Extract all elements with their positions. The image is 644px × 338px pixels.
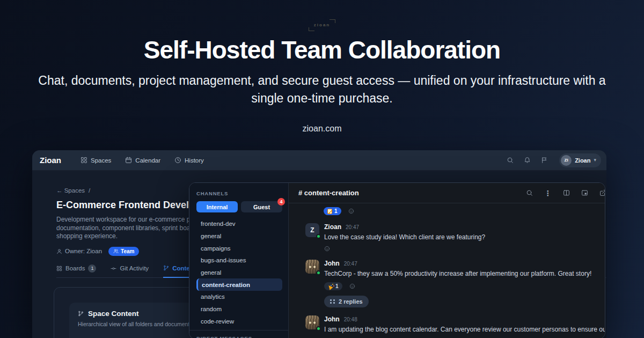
reaction-count: 1 <box>335 283 339 289</box>
nav-item-history[interactable]: History <box>174 157 204 164</box>
team-badge[interactable]: Team <box>108 247 139 256</box>
reaction-count: 1 <box>334 208 338 214</box>
online-status-dot <box>316 270 321 275</box>
search-icon[interactable] <box>526 189 533 196</box>
channel-item-campaigns[interactable]: campaigns <box>196 242 282 254</box>
reaction-pill-party[interactable]: 1 <box>324 282 342 290</box>
owner-label: Owner: Zioan <box>65 248 102 254</box>
channel-item-bugs-and-issues[interactable]: bugs-and-issues <box>196 254 282 267</box>
channel-item-content-creation-selected[interactable]: content-creation <box>196 278 282 291</box>
nav-label: Calendar <box>135 157 160 164</box>
channel-item-code-review[interactable]: code-review <box>196 315 282 328</box>
add-reaction-smiley-icon[interactable] <box>324 246 330 252</box>
git-branch-icon <box>78 311 84 317</box>
git-branch-icon <box>163 265 169 271</box>
app-navbar: Zioan Spaces Calendar <box>32 150 606 171</box>
message-text: Love the case study idea! Which client a… <box>324 233 485 241</box>
channel-list: frontend-dev general campaigns bugs-and-… <box>196 218 282 327</box>
navbar-actions: ZI Zioan ▾ <box>507 153 601 167</box>
grid-icon <box>80 157 87 164</box>
picture-in-picture-icon[interactable] <box>581 189 588 196</box>
external-link-icon[interactable] <box>599 189 605 196</box>
tab-boards[interactable]: Boards 1 <box>56 264 96 277</box>
thread-icon <box>330 299 335 304</box>
message-text: I am updating the blog content calendar.… <box>324 326 605 334</box>
message-body: John 20:47 TechCorp - they saw a 50% pro… <box>324 260 591 307</box>
tab-label: Git Activity <box>120 265 149 271</box>
user-name: Zioan <box>575 157 590 164</box>
nav-label: Spaces <box>91 157 111 164</box>
channel-item-general-2[interactable]: general <box>196 267 282 279</box>
users-icon <box>113 248 119 254</box>
page-subtitle: Chat, documents, project management, and… <box>32 72 612 107</box>
channel-item-analytics[interactable]: analytics <box>196 291 282 303</box>
breadcrumb-separator: / <box>89 187 90 194</box>
message-header: John 20:47 <box>324 260 591 267</box>
main-nav: Spaces Calendar History <box>80 157 204 164</box>
nav-label: History <box>185 157 204 164</box>
channel-scope-switch: Internal Guest 4 <box>196 201 282 212</box>
message-body: Zioan 20:47 Love the case study idea! Wh… <box>324 223 485 252</box>
direct-messages-label: DIRECT MESSAGES <box>196 335 282 338</box>
brand-logo[interactable]: Zioan <box>40 156 61 165</box>
reaction-pill-memo[interactable]: 1 <box>324 207 341 215</box>
channels-section-label: CHANNELS <box>196 190 282 196</box>
avatar-john <box>305 315 319 329</box>
online-status-dot <box>316 326 321 331</box>
person-icon <box>56 248 62 254</box>
team-badge-label: Team <box>121 248 134 254</box>
guest-tab-label: Guest <box>253 204 270 210</box>
message-body: John 20:48 I am updating the blog conten… <box>324 315 605 334</box>
user-menu[interactable]: ZI Zioan ▾ <box>559 153 601 167</box>
page-title: Self-Hosted Team Collaboration <box>0 35 644 64</box>
zioan-logo: zioan <box>311 20 333 30</box>
owner-info: Owner: Zioan <box>56 248 102 254</box>
boards-count-badge: 1 <box>88 264 96 273</box>
online-status-dot <box>316 234 321 239</box>
og-poster: zioan Self-Hosted Team Collaboration Cha… <box>0 0 644 338</box>
search-icon[interactable] <box>507 157 514 164</box>
reaction-row: 1 <box>324 207 605 215</box>
internal-tab-button[interactable]: Internal <box>196 201 238 212</box>
breadcrumb-back-link[interactable]: ← Spaces <box>56 187 85 194</box>
tab-git-activity[interactable]: Git Activity <box>111 264 149 277</box>
guest-tab-button[interactable]: Guest 4 <box>241 201 282 212</box>
calendar-icon <box>125 157 132 164</box>
nav-item-calendar[interactable]: Calendar <box>125 157 160 164</box>
split-columns-icon[interactable] <box>563 189 570 196</box>
tab-label: Boards <box>65 265 85 271</box>
thread-replies-button[interactable]: 2 replies <box>324 296 369 307</box>
add-reaction-smiley-icon[interactable] <box>349 283 355 289</box>
divider <box>189 330 288 330</box>
message-timestamp: 20:48 <box>344 317 357 322</box>
channel-item-frontend-dev[interactable]: frontend-dev <box>196 218 282 230</box>
clock-icon <box>174 157 181 164</box>
replies-label: 2 replies <box>339 298 363 305</box>
add-reaction-smiley-icon[interactable] <box>348 208 354 214</box>
card-title: Space Content <box>88 310 139 318</box>
channel-item-random[interactable]: random <box>196 303 282 315</box>
message-author: Zioan <box>324 223 341 231</box>
message-author: John <box>324 315 340 323</box>
chat-message: Z Zioan 20:47 Love the case study idea! … <box>305 223 605 252</box>
chat-overlay-window: CHANNELS Internal Guest 4 frontend-dev g… <box>189 182 605 338</box>
guest-unread-badge: 4 <box>277 198 285 205</box>
site-domain: zioan.com <box>0 124 644 134</box>
message-actions <box>324 246 485 252</box>
channel-item-general[interactable]: general <box>196 230 282 243</box>
flag-icon[interactable] <box>541 157 548 164</box>
boards-grid-icon <box>56 266 62 271</box>
logo-bracket-icon <box>330 19 335 23</box>
chat-header-actions: ⋮ <box>526 189 605 197</box>
logo-bracket-icon <box>309 27 314 31</box>
message-header: Zioan 20:47 <box>324 223 485 231</box>
channels-sidebar: CHANNELS Internal Guest 4 frontend-dev g… <box>189 183 289 338</box>
git-commit-icon <box>111 266 116 271</box>
bell-icon[interactable] <box>524 157 531 164</box>
chat-message: John 20:47 TechCorp - they saw a 50% pro… <box>305 260 605 307</box>
nav-item-spaces[interactable]: Spaces <box>80 157 111 164</box>
app-screenshot: Zioan Spaces Calendar <box>32 150 606 338</box>
avatar-john <box>305 260 319 274</box>
kebab-menu-icon[interactable]: ⋮ <box>544 189 552 197</box>
party-popper-icon <box>328 284 333 289</box>
